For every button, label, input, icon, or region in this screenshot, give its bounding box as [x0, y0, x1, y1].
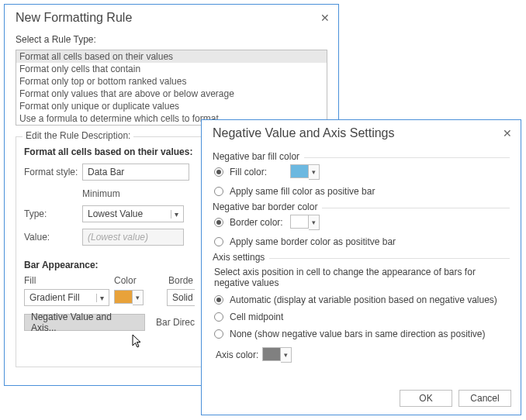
fill-header: Fill: [24, 275, 114, 286]
bar-direction-label: Bar Direc: [156, 317, 195, 328]
axis-color-label: Axis color:: [216, 349, 262, 360]
same-fill-radio[interactable]: Apply same fill color as positive bar: [214, 186, 510, 197]
axis-mid-label: Cell midpoint: [230, 312, 283, 322]
chevron-down-icon: ▾: [281, 347, 292, 363]
panel-legend: Edit the Rule Description:: [22, 130, 133, 141]
radio-icon: [214, 295, 223, 305]
list-item[interactable]: Format only cells that contain: [16, 63, 327, 75]
titlebar: Negative Value and Axis Settings ✕: [202, 120, 521, 145]
fill-value: Gradient Fill: [29, 292, 80, 303]
radio-icon: [214, 167, 223, 177]
color-swatch: [290, 164, 309, 178]
color-swatch: [290, 215, 309, 229]
fieldset-legend: Negative bar border color: [213, 201, 322, 212]
titlebar: New Formatting Rule ✕: [5, 5, 338, 29]
negative-value-axis-button[interactable]: Negative Value and Axis...: [24, 314, 145, 331]
neg-fill-fieldset: Negative bar fill color: [213, 157, 510, 158]
border-select[interactable]: Solid: [167, 289, 195, 306]
value-input: (Lowest value): [82, 229, 184, 246]
axis-color-row: Axis color: ▾: [214, 347, 510, 363]
axis-none-radio[interactable]: None (show negative value bars in same d…: [214, 329, 510, 339]
radio-icon: [214, 237, 223, 246]
negative-value-axis-dialog: Negative Value and Axis Settings ✕ Negat…: [201, 119, 521, 415]
radio-icon: [214, 312, 223, 322]
radio-icon: [214, 329, 223, 339]
rule-type-list[interactable]: Format all cells based on their values F…: [16, 50, 327, 126]
color-header: Color: [114, 275, 168, 286]
list-item[interactable]: Format only values that are above or bel…: [16, 88, 327, 100]
border-color-radio[interactable]: Border color: ▾: [214, 215, 510, 230]
format-style-label: Format style:: [24, 167, 82, 177]
select-rule-type-label: Select a Rule Type:: [16, 34, 327, 45]
color-swatch: [262, 347, 281, 361]
fieldset-legend: Negative bar fill color: [213, 151, 304, 162]
neg-fill-color-picker[interactable]: ▾: [290, 164, 320, 180]
value-label: Value:: [24, 232, 82, 243]
close-icon[interactable]: ✕: [502, 128, 513, 139]
neg-border-fieldset: Negative bar border color: [213, 208, 510, 208]
type-value: Lowest Value: [88, 208, 143, 219]
axis-help-text: Select axis position in cell to change t…: [214, 267, 510, 288]
border-color-label: Border color:: [230, 217, 290, 228]
axis-fieldset: Axis settings: [213, 258, 510, 259]
list-item[interactable]: Format only top or bottom ranked values: [16, 75, 327, 88]
cancel-button[interactable]: Cancel: [459, 390, 511, 407]
close-icon[interactable]: ✕: [320, 12, 330, 23]
format-style-select[interactable]: Data Bar: [82, 164, 189, 181]
fieldset-legend: Axis settings: [213, 252, 269, 263]
list-item[interactable]: Format all cells based on their values: [16, 50, 327, 63]
dialog-title: Negative Value and Axis Settings: [213, 126, 395, 140]
value-placeholder: (Lowest value): [88, 232, 148, 243]
neg-border-color-picker[interactable]: ▾: [290, 215, 320, 230]
axis-mid-radio[interactable]: Cell midpoint: [214, 312, 510, 322]
border-value: Solid: [172, 292, 193, 303]
axis-color-picker[interactable]: ▾: [262, 347, 292, 363]
fill-color-radio[interactable]: Fill color: ▾: [214, 164, 510, 180]
axis-auto-label: Automatic (display at variable position …: [230, 294, 497, 305]
fill-color-picker[interactable]: ▾: [114, 290, 144, 305]
radio-icon: [214, 218, 223, 227]
dialog-title: New Formatting Rule: [16, 11, 132, 25]
chevron-down-icon: ▾: [309, 215, 320, 230]
same-border-radio[interactable]: Apply same border color as posititve bar: [214, 236, 510, 247]
chevron-down-icon: ▾: [171, 210, 178, 219]
minimum-header: Minimum: [82, 188, 120, 199]
same-fill-label: Apply same fill color as positive bar: [230, 186, 375, 197]
fill-color-label: Fill color:: [230, 167, 290, 177]
ok-button[interactable]: OK: [400, 390, 452, 407]
type-label: Type:: [24, 208, 82, 219]
chevron-down-icon: ▾: [133, 290, 144, 305]
type-select[interactable]: Lowest Value ▾: [82, 205, 184, 222]
color-swatch: [114, 290, 133, 304]
format-style-value: Data Bar: [88, 167, 124, 177]
axis-auto-radio[interactable]: Automatic (display at variable position …: [214, 294, 510, 305]
axis-none-label: None (show negative value bars in same d…: [230, 329, 486, 339]
radio-icon: [214, 187, 223, 196]
same-border-label: Apply same border color as posititve bar: [230, 236, 396, 247]
chevron-down-icon: ▾: [309, 164, 320, 180]
fill-select[interactable]: Gradient Fill ▾: [24, 289, 109, 306]
dialog-footer: OK Cancel: [400, 390, 511, 407]
chevron-down-icon: ▾: [96, 294, 104, 302]
list-item[interactable]: Format only unique or duplicate values: [16, 100, 327, 112]
border-header: Borde: [168, 275, 193, 286]
